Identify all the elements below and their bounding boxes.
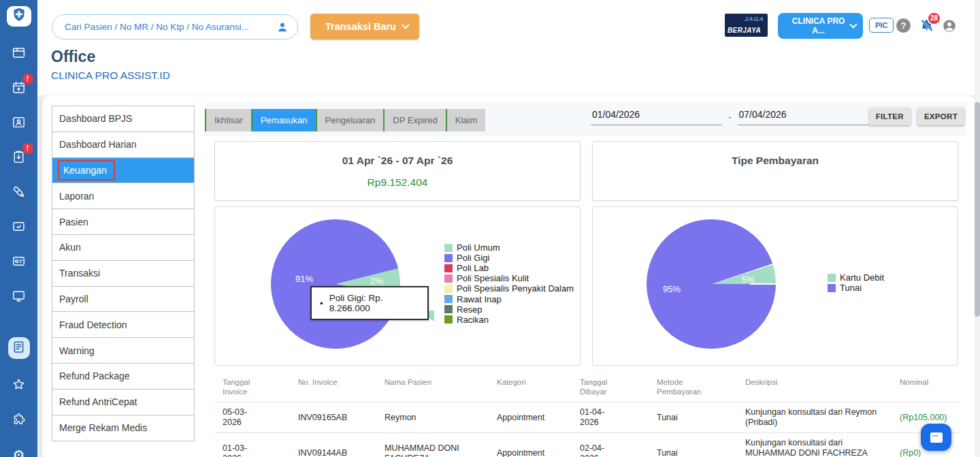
menu-item-label: Refund Package [59,371,130,381]
legend-item: Poli Spesialis Penyakit Dalam [444,283,574,294]
legend-label: Kartu Debit [840,272,884,283]
help-icon[interactable]: ? [896,18,911,33]
date-from-input[interactable] [591,108,722,125]
menu-item-merge-rekam-medis[interactable]: Merge Rekam Medis [52,415,194,441]
menu-item-warning[interactable]: Warning [52,338,194,364]
sidebar-top-icons: !! [11,46,27,305]
puzzle-button[interactable] [11,412,27,428]
table-cell: MUHAMMAD DONI FACHREZA [376,443,489,457]
tab-pemasukan[interactable]: Pemasukan [251,109,316,131]
table-row[interactable]: 01-03-2026INV09144ABMUHAMMAD DONI FACHRE… [214,432,960,457]
table-cell: 01-04-2026 [572,407,649,428]
scrollbar-thumb[interactable] [975,102,980,317]
contact-card-button[interactable] [11,115,27,131]
shield-plus-icon [10,6,28,27]
search-input[interactable] [65,22,276,32]
pill-icon [12,185,26,202]
column-header: Nominal [892,377,960,396]
table-cell: INV09165AB [290,413,376,423]
menu-item-transaksi[interactable]: Transaksi [52,261,194,287]
menu-item-dashboard-bpjs[interactable]: Dashboard BPJS [52,106,194,132]
menu-item-pasien[interactable]: Pasien [52,209,194,235]
pill-button[interactable] [11,185,27,201]
column-header: Nama Pasien [376,377,489,396]
date-filter-bar: - FILTER EXPORT [591,108,964,125]
menu-item-label: Dashboard BPJS [59,113,132,124]
star-button[interactable] [11,377,27,394]
table-cell: Kunjungan konsultasi dari Reymon (Pribad… [737,407,892,428]
income-summary-card: 01 Apr `26 - 07 Apr `26 Rp9.152.404 [214,141,581,201]
payment-type-card: Tipe Pembayaran [592,141,958,201]
menu-item-payroll[interactable]: Payroll [52,287,194,313]
account-icon[interactable] [942,18,957,33]
payment-chart-box: 95% 5% Kartu DebitTunai [592,206,958,366]
ticket-check-button[interactable] [11,219,27,236]
menu-item-label: Warning [59,345,95,356]
gear-button[interactable]: ⚙ [11,447,27,457]
menu-item-label: Fraud Detection [59,319,127,330]
legend-item: Resep [444,304,574,315]
main-content-card: Dashboard BPJSDashboard HarianKeuanganLa… [42,95,975,457]
calendar-button[interactable]: ! [11,80,27,97]
column-header: Tanggal Invoice [214,377,290,396]
date-to-input[interactable] [738,108,869,125]
new-transaction-button[interactable]: Transaksi Baru [310,14,419,40]
tab-pengeluaran[interactable]: Pengeluaran [316,109,384,131]
monitor-button[interactable] [11,289,27,305]
vertical-scrollbar [975,0,980,457]
menu-item-refund-package[interactable]: Refund Package [52,364,194,390]
menu-item-label: Pasien [59,217,88,227]
finance-tabs: IkhtisarPemasukanPengeluaranDP ExpiredKl… [205,109,485,131]
sidebar-rail: !! ⚙ [0,0,37,457]
table-cell: 02-04-2026 [572,443,649,457]
pic-badge[interactable]: PIC [869,18,894,33]
chat-widget-button[interactable] [921,424,951,451]
tab-dp-expired[interactable]: DP Expired [383,109,446,131]
tab-ikhtisar[interactable]: Ikhtisar [205,109,251,131]
income-period-title: 01 Apr `26 - 07 Apr `26 [215,155,580,167]
export-button[interactable]: EXPORT [917,108,964,125]
pie-percent-label: 2% [370,276,383,286]
bell-muted-icon [919,25,935,36]
column-header: Kategori [489,377,572,396]
legend-item: Poli Umum [444,242,574,253]
legend-item: Poli Lab [444,263,574,273]
menu-item-dashboard-harian[interactable]: Dashboard Harian [52,132,194,158]
menu-item-label: Refund AntriCepat [59,396,137,407]
date-range-separator: - [728,112,731,122]
clinic-selector-button[interactable]: CLINICA PRO A... [778,13,863,39]
legend-item: Tunai [828,283,884,293]
alert-badge: ! [22,143,33,154]
legend-swatch [444,285,453,293]
table-row[interactable]: 05-03-2026INV09165ABReymonAppointment01-… [214,402,960,432]
new-transaction-label: Transaksi Baru [325,21,396,32]
table-cell: Tunai [649,448,737,457]
ticket-check-icon [12,219,26,236]
patient-search[interactable] [52,14,298,40]
menu-item-laporan[interactable]: Laporan [52,183,194,209]
table-cell: Appointment [489,413,572,423]
transactions-table: Tanggal InvoiceNo. InvoiceNama PasienKat… [214,371,960,457]
income-chart-box: 91% 2% • Poli Gigi: Rp. 8.266.000 Poli U… [214,206,581,366]
clipboard-button[interactable]: ! [11,150,27,166]
browser-window-button[interactable] [11,46,27,62]
logo-text-top: JAGA [745,16,764,22]
menu-item-label: Payroll [59,294,88,304]
pie-percent-label: 95% [663,284,681,294]
menu-item-refund-antricepat[interactable]: Refund AntriCepat [52,390,194,415]
contact-card-icon [12,115,26,132]
filter-button[interactable]: FILTER [869,108,911,125]
chart-tooltip: • Poli Gigi: Rp. 8.266.000 [310,286,429,320]
app-logo[interactable] [7,6,31,27]
menu-item-akun[interactable]: Akun [52,235,194,261]
id-card-button[interactable] [11,254,27,270]
legend-item: Kartu Debit [828,272,884,283]
table-header-row: Tanggal InvoiceNo. InvoiceNama PasienKat… [214,371,960,402]
tab-klaim[interactable]: Klaim [446,109,486,131]
document-button[interactable] [8,337,30,359]
menu-item-fraud-detection[interactable]: Fraud Detection [52,312,194,338]
menu-item-keuangan[interactable]: Keuangan [52,158,194,184]
chevron-down-icon [402,21,409,29]
legend-swatch [444,274,453,283]
nominal-cell: (Rp105.000) [892,413,960,423]
